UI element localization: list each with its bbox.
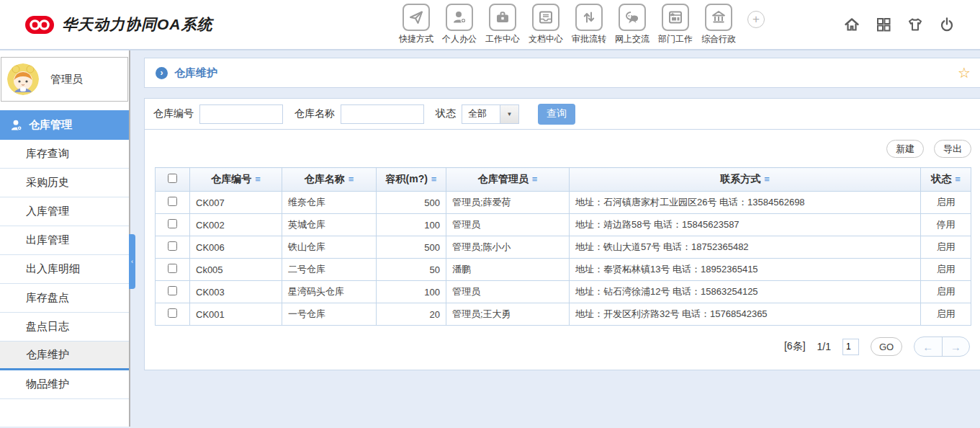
main-content: › 仓库维护 ☆ 仓库编号 仓库名称 状态 全部 ▼ 查询 新建 导出 — [130, 50, 980, 427]
menu-label: 库存盘点 — [26, 291, 69, 305]
menu-label: 出库管理 — [26, 233, 69, 247]
sidebar-item-inventory-query[interactable]: 库存查询 — [0, 140, 129, 169]
nav-label: 个人办公 — [442, 33, 477, 45]
col-manager[interactable]: 仓库管理员 — [478, 173, 529, 184]
status-select[interactable]: 全部 ▼ — [462, 104, 519, 124]
cell-code: CK007 — [190, 192, 282, 214]
cell-status: 停用 — [921, 214, 971, 236]
cell-name: 二号仓库 — [282, 259, 377, 281]
nav-item-department-work[interactable]: 部门工作 — [654, 4, 697, 45]
row-checkbox[interactable] — [168, 264, 177, 273]
cell-code: Ck005 — [190, 259, 282, 281]
menu-label: 库存查询 — [26, 147, 69, 161]
sidebar-item-stocktaking[interactable]: 库存盘点 — [0, 284, 129, 313]
add-shortcut-button[interactable]: + — [747, 11, 765, 28]
sidebar-item-inbound-management[interactable]: 入库管理 — [0, 197, 129, 226]
header-quick-icons — [843, 16, 980, 33]
nav-label: 工作中心 — [485, 33, 520, 45]
cell-name: 铁山仓库 — [282, 236, 377, 259]
column-menu-icon[interactable]: ≡ — [532, 174, 538, 184]
row-checkbox[interactable] — [168, 197, 177, 206]
tshirt-icon[interactable] — [907, 16, 924, 33]
col-code[interactable]: 仓库编号 — [211, 173, 251, 184]
person-badge-icon — [9, 118, 24, 133]
row-checkbox[interactable] — [168, 241, 177, 251]
table-row[interactable]: Ck005 二号仓库 50 潘鹏 地址：奉贤柘林镇13号 电话：18952365… — [156, 259, 971, 281]
nav-item-work-center[interactable]: 工作中心 — [481, 4, 524, 45]
column-menu-icon[interactable]: ≡ — [349, 174, 354, 184]
previous-page-button[interactable]: ← — [914, 337, 943, 356]
next-page-button[interactable]: → — [943, 337, 970, 356]
column-menu-icon[interactable]: ≡ — [431, 174, 437, 184]
status-selected-value: 全部 — [462, 107, 500, 120]
cell-status: 启用 — [921, 192, 971, 214]
sidebar-item-in-out-details[interactable]: 出入库明细 — [0, 255, 129, 284]
sidebar-item-warehouse-maintenance[interactable]: 仓库维护 — [0, 342, 129, 370]
nav-item-approval-flow[interactable]: 审批流转 — [567, 4, 611, 45]
row-checkbox[interactable] — [168, 308, 177, 318]
warehouse-name-input[interactable] — [341, 104, 424, 124]
col-name[interactable]: 仓库名称 — [305, 173, 345, 184]
sidebar-item-purchase-history[interactable]: 采购历史 — [0, 169, 129, 197]
column-menu-icon[interactable]: ≡ — [255, 174, 261, 184]
cell-manager: 管理员;陈小小 — [446, 236, 570, 259]
column-menu-icon[interactable]: ≡ — [764, 174, 770, 184]
col-contact[interactable]: 联系方式 — [720, 173, 760, 184]
new-button[interactable]: 新建 — [886, 140, 924, 158]
sidebar-item-stocktaking-log[interactable]: 盘点日志 — [0, 313, 129, 342]
nav-item-personal-office[interactable]: 个人办公 — [438, 4, 481, 45]
column-menu-icon[interactable]: ≡ — [955, 174, 961, 184]
col-volume[interactable]: 容积(m?) — [386, 173, 428, 184]
col-status[interactable]: 状态 — [931, 173, 951, 184]
cell-name: 星湾码头仓库 — [282, 281, 377, 303]
table-panel: 新建 导出 仓库编号≡ 仓库名称≡ 容积(m?)≡ 仓库管理员≡ 联系方式≡ — [144, 129, 980, 370]
nav-item-general-admin[interactable]: 综合行政 — [697, 4, 740, 45]
chevron-right-circle-icon: › — [156, 67, 168, 79]
user-card[interactable]: 管理员 — [1, 57, 128, 102]
export-button[interactable]: 导出 — [934, 140, 971, 158]
table-row[interactable]: CK002 英城仓库 100 管理员 地址：靖边路58号 电话：15845623… — [156, 214, 971, 236]
cell-manager: 管理员 — [446, 281, 570, 303]
go-button[interactable]: GO — [871, 337, 902, 356]
sidebar-collapse-handle[interactable]: ‹ — [129, 234, 135, 289]
table-row[interactable]: CK001 一号仓库 20 管理员;王大勇 地址：开发区利济路32号 电话：15… — [156, 303, 971, 326]
record-count: [6条] — [784, 340, 806, 353]
apps-grid-icon[interactable] — [875, 16, 892, 33]
cell-volume: 20 — [377, 303, 446, 326]
table-row[interactable]: CK007 维奈仓库 500 管理员;薛爱荷 地址：石河镇唐家村工业园区26号 … — [156, 192, 971, 214]
cell-contact: 地址：铁山大道57号 电话：18752365482 — [570, 236, 921, 259]
chat-icon — [624, 9, 641, 26]
sidebar-item-item-maintenance[interactable]: 物品维护 — [0, 370, 129, 399]
nav-label: 快捷方式 — [399, 33, 433, 45]
table-row[interactable]: CK003 星湾码头仓库 100 管理员 地址：钻石湾徐浦12号 电话：1586… — [156, 281, 971, 303]
cell-code: CK003 — [190, 281, 282, 303]
nav-label: 审批流转 — [572, 33, 606, 45]
warehouse-code-input[interactable] — [199, 104, 283, 124]
cell-status: 启用 — [921, 303, 971, 326]
cell-code: CK002 — [190, 214, 282, 236]
row-checkbox[interactable] — [168, 219, 177, 228]
cell-contact: 地址：石河镇唐家村工业园区26号 电话：13584562698 — [570, 192, 921, 214]
briefcase-icon — [494, 9, 511, 26]
search-button[interactable]: 查询 — [538, 104, 575, 125]
chevron-down-icon[interactable]: ▼ — [500, 105, 518, 123]
nav-item-document-center[interactable]: 文档中心 — [524, 4, 567, 45]
row-checkbox[interactable] — [168, 286, 177, 295]
starred-window-icon — [667, 9, 684, 26]
nav-item-shortcuts[interactable]: 快捷方式 — [395, 4, 438, 45]
cell-manager: 管理员;王大勇 — [446, 303, 570, 326]
page-number-input[interactable] — [842, 339, 859, 355]
home-icon[interactable] — [843, 16, 860, 33]
nav-label: 网上交流 — [615, 33, 649, 45]
sidebar-item-outbound-management[interactable]: 出库管理 — [0, 226, 129, 255]
nav-item-online-chat[interactable]: 网上交流 — [611, 4, 654, 45]
chevron-left-icon: ‹ — [131, 258, 133, 265]
table-row[interactable]: CK006 铁山仓库 500 管理员;陈小小 地址：铁山大道57号 电话：187… — [156, 236, 971, 259]
cell-status: 启用 — [921, 236, 971, 259]
favorite-star-icon[interactable]: ☆ — [958, 64, 971, 81]
select-all-checkbox[interactable] — [168, 174, 177, 183]
sidebar-section-warehouse-management[interactable]: 仓库管理 — [0, 110, 129, 140]
table-toolbar: 新建 导出 — [155, 140, 971, 158]
power-icon[interactable] — [938, 16, 956, 33]
menu-label: 入库管理 — [26, 205, 69, 218]
